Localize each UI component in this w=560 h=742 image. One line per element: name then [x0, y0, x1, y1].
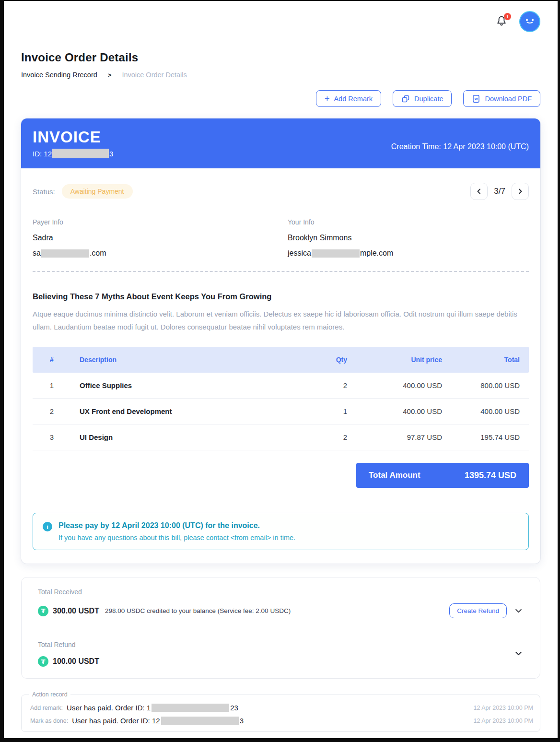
- col-header-description: Description: [71, 356, 320, 364]
- page-indicator: 3/7: [494, 187, 505, 196]
- record-type-label: Add remark:: [30, 705, 63, 711]
- action-record-card: Action record Add remark: User has paid.…: [21, 691, 540, 732]
- payment-notice: i Please pay by 12 April 2023 10:00 (UTC…: [33, 513, 529, 550]
- download-pdf-button[interactable]: w Download PDF: [463, 90, 540, 107]
- info-icon: i: [43, 522, 52, 531]
- col-header-unit-price: Unit price: [359, 356, 450, 364]
- record-type-label: Mark as done:: [30, 718, 68, 724]
- user-avatar[interactable]: [519, 11, 540, 32]
- invoice-description: Atque eaque ducimus minima distinctio ve…: [33, 307, 524, 333]
- tether-icon: ₮: [38, 656, 48, 667]
- document-icon: w: [472, 94, 480, 103]
- status-badge: Awaiting Payment: [62, 184, 133, 199]
- invoice-header: INVOICE ID: 123 Creation Time: 12 Apr 20…: [21, 118, 540, 168]
- create-refund-button[interactable]: Create Refund: [449, 603, 507, 618]
- payer-email: sa.com: [33, 249, 288, 258]
- received-expand-button[interactable]: [514, 607, 523, 615]
- duplicate-button[interactable]: Duplicate: [393, 90, 452, 107]
- invoice-heading: INVOICE: [33, 128, 113, 146]
- status-label: Status:: [33, 188, 55, 196]
- total-refund-label: Total Refund: [38, 641, 523, 648]
- invoice-subject: Believing These 7 Myths About Event Keep…: [33, 292, 529, 301]
- notifications-button[interactable]: 1: [495, 15, 509, 28]
- chevron-right-icon: [517, 188, 524, 195]
- record-timestamp: 12 Apr 2023 10:00 PM: [474, 705, 533, 711]
- breadcrumb: Invoice Sending Rrecord > Invoice Order …: [21, 71, 540, 79]
- your-name: Brooklyn Simmons: [288, 234, 529, 242]
- breadcrumb-invoice-sending-record[interactable]: Invoice Sending Rrecord: [21, 71, 97, 79]
- redacted-email: [312, 249, 360, 258]
- add-remark-label: Add Remark: [334, 95, 373, 103]
- table-row: 1 Office Supplies 2 400.00 USD 800.00 US…: [33, 373, 529, 399]
- download-pdf-label: Download PDF: [485, 95, 532, 103]
- breadcrumb-current: Invoice Order Details: [122, 71, 187, 79]
- notification-badge: 1: [504, 13, 511, 20]
- refund-expand-button[interactable]: [514, 649, 523, 658]
- parties-info: Payer Info Sadra sa.com Your Info Brookl…: [33, 218, 529, 258]
- col-header-total: Total: [450, 356, 527, 364]
- total-refund-amount: 100.00 USDT: [53, 657, 99, 666]
- action-record-row: Mark as done: User has paid. Order ID: 1…: [30, 717, 533, 725]
- total-received-amount: 300.00 USDT: [53, 607, 99, 615]
- action-record-title: Action record: [29, 691, 70, 698]
- table-row: 3 UI Design 2 97.87 USD 195.74 USD: [33, 424, 529, 450]
- settlement-card: Total Received ₮ 300.00 USDT 298.00 USDC…: [21, 577, 540, 679]
- invoice-order-details-page: 1 Invoice Order Details Invoice Sending …: [4, 1, 558, 738]
- record-timestamp: 12 Apr 2023 10:00 PM: [474, 718, 533, 724]
- line-items-table: # Description Qty Unit price Total 1 Off…: [33, 347, 529, 450]
- next-invoice-button[interactable]: [512, 183, 529, 200]
- col-header-num: #: [33, 356, 71, 364]
- chevron-left-icon: [476, 188, 482, 195]
- page-title: Invoice Order Details: [21, 51, 540, 64]
- chevron-down-icon: [514, 607, 523, 615]
- notice-line1: Please pay by 12 April 2023 10:00 (UTC) …: [58, 521, 295, 530]
- action-buttons: + Add Remark Duplicate w Download PDF: [21, 90, 540, 107]
- invoice-card: INVOICE ID: 123 Creation Time: 12 Apr 20…: [21, 118, 540, 564]
- record-message: User has paid. Order ID: 123: [67, 704, 238, 712]
- payer-info-label: Payer Info: [33, 218, 288, 226]
- your-info-label: Your Info: [288, 218, 529, 226]
- chevron-down-icon: [514, 649, 523, 658]
- table-row: 2 UX Front end Development 1 400.00 USD …: [33, 399, 529, 424]
- col-header-qty: Qty: [320, 356, 359, 364]
- total-amount-banner: Total Amount 1395.74 USD: [356, 463, 529, 488]
- total-amount-value: 1395.74 USD: [465, 471, 516, 481]
- redacted-order-id: [152, 704, 229, 712]
- your-email: jessicample.com: [288, 249, 529, 258]
- dashed-divider: [33, 271, 529, 272]
- chevron-right-icon: >: [108, 71, 112, 79]
- topbar: 1: [21, 1, 540, 33]
- your-info: Your Info Brooklyn Simmons jessicample.c…: [288, 218, 529, 258]
- add-remark-button[interactable]: + Add Remark: [316, 90, 381, 107]
- dashed-divider: [38, 630, 523, 630]
- total-received-label: Total Received: [38, 588, 523, 596]
- action-record-row: Add remark: User has paid. Order ID: 123…: [30, 704, 533, 712]
- redacted-email: [41, 249, 89, 258]
- avatar-smile-icon: [525, 17, 534, 24]
- invoice-pager: 3/7: [470, 183, 529, 200]
- tether-icon: ₮: [38, 606, 48, 616]
- redacted-order-id: [161, 717, 239, 725]
- svg-text:w: w: [474, 96, 478, 101]
- redacted-invoice-id: [52, 149, 109, 158]
- prev-invoice-button[interactable]: [470, 183, 488, 200]
- plus-icon: +: [325, 94, 330, 103]
- payer-name: Sadra: [33, 234, 288, 242]
- duplicate-label: Duplicate: [414, 95, 443, 103]
- record-message: User has paid. Order ID: 123: [72, 717, 244, 725]
- creation-time: Creation Time: 12 Apr 2023 10:00 (UTC): [391, 142, 529, 151]
- copy-icon: [401, 94, 410, 103]
- notice-line2: If you have any questions about this bil…: [58, 534, 295, 542]
- table-header: # Description Qty Unit price Total: [33, 347, 529, 373]
- credited-note: 298.00 USDC credited to your balance (Se…: [105, 607, 291, 614]
- payer-info: Payer Info Sadra sa.com: [33, 218, 288, 258]
- invoice-id: ID: 123: [33, 149, 113, 158]
- total-amount-label: Total Amount: [369, 471, 420, 480]
